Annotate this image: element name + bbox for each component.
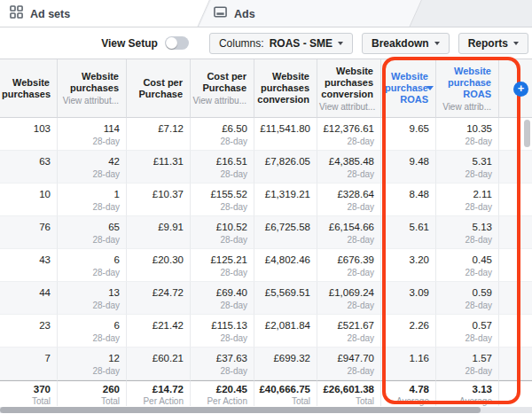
table-cell: £21.42 xyxy=(127,315,191,348)
cell-value: £24.72 xyxy=(129,287,184,299)
horizontal-scrollbar-thumb[interactable] xyxy=(0,407,481,413)
column-header-4[interactable]: Cost per PurchaseView attribu... xyxy=(191,59,254,118)
header-title: Cost per Purchase xyxy=(129,77,183,100)
chevron-down-icon xyxy=(338,42,343,45)
column-header-2[interactable]: Website purchasesView attribut... xyxy=(58,59,127,118)
table-cell: 44 xyxy=(0,282,58,315)
cell-value: £12,376.61 xyxy=(319,123,374,135)
table-cell: £11,541.80 xyxy=(254,118,317,151)
view-setup-label: View Setup xyxy=(101,37,158,50)
table-cell: £9.91 xyxy=(127,216,191,249)
cell-sub: 28-day xyxy=(319,202,374,212)
add-column-button[interactable]: + xyxy=(513,82,528,97)
row-spacer xyxy=(499,315,532,348)
column-header-3[interactable]: Cost per Purchase xyxy=(127,59,191,118)
reports-button[interactable]: Reports xyxy=(458,33,528,54)
table-cell: £1,069.2428-day xyxy=(317,282,381,315)
columns-button[interactable]: Columns: ROAS - SME xyxy=(209,33,353,54)
totals-cell: £20.45Per Action xyxy=(191,380,254,406)
table-cell: 1.16 xyxy=(381,348,436,380)
cell-value: 23 xyxy=(2,320,51,332)
cell-value: £947.70 xyxy=(319,353,374,364)
cell-sub: 28-day xyxy=(319,268,374,277)
header-title: Cost per Purchase xyxy=(192,71,246,94)
cell-value: £9.91 xyxy=(129,222,184,233)
cell-value: 103 xyxy=(2,123,51,135)
tab-ads-label: Ads xyxy=(234,8,255,20)
table-cell: £11.31 xyxy=(127,151,191,184)
table-cell: 23 xyxy=(0,315,58,348)
column-header-8[interactable]: Website purchase ROASView attrib... xyxy=(436,59,499,118)
cell-value: 43 xyxy=(2,254,51,266)
cell-value: 5.13 xyxy=(438,222,492,233)
table-cell: £2,081.84 xyxy=(254,315,317,348)
column-header-6[interactable]: Website purchases conversionView attribu… xyxy=(317,59,381,118)
cell-value: £699.32 xyxy=(256,353,310,364)
table-cell: 8.48 xyxy=(381,184,436,216)
totals-sub: Average xyxy=(383,396,429,406)
view-setup-toggle[interactable] xyxy=(165,36,189,50)
header-subtitle: View attribut... xyxy=(59,96,119,105)
cell-value: 3.20 xyxy=(383,254,429,266)
cell-sub: 28-day xyxy=(59,268,120,277)
table-cell: £7,826.05 xyxy=(254,151,317,184)
cell-value: £155.52 xyxy=(192,189,247,200)
cell-value: £4,385.48 xyxy=(319,156,374,168)
table-cell: £521.6728-day xyxy=(317,315,381,348)
cell-sub: 28-day xyxy=(438,301,492,310)
chevron-down-icon xyxy=(434,42,440,45)
cell-value: 42 xyxy=(59,156,120,168)
totals-value: £20.45 xyxy=(192,384,247,395)
table-cell: 11428-day xyxy=(58,118,127,151)
ad-sets-table: Website purchasesWebsite purchasesView a… xyxy=(0,59,532,406)
grid-icon xyxy=(10,5,23,22)
horizontal-scrollbar[interactable] xyxy=(0,407,532,413)
table-cell: £5,569.51 xyxy=(254,282,317,315)
row-spacer xyxy=(499,151,532,184)
cell-value: £521.67 xyxy=(319,320,374,332)
tab-ads[interactable]: Ads xyxy=(214,0,255,27)
totals-value: 4.78 xyxy=(383,384,429,395)
ads-manager-page: Ad sets Ads View Setup Columns: ROAS - S… xyxy=(0,0,532,414)
cell-value: £11.31 xyxy=(129,156,184,168)
table-cell: 3.20 xyxy=(381,249,436,282)
breakdown-button[interactable]: Breakdown xyxy=(362,33,450,54)
totals-spacer xyxy=(499,380,532,406)
column-header-7[interactable]: Website purchase ROAS xyxy=(381,59,436,118)
columns-button-prefix: Columns: xyxy=(219,37,264,50)
cell-value: £60.21 xyxy=(129,353,184,364)
column-header-5[interactable]: Website purchases conversion xyxy=(254,59,317,118)
sort-descending-icon xyxy=(426,86,434,90)
toolbar: View Setup Columns: ROAS - SME Breakdown… xyxy=(0,27,532,59)
totals-cell: 4.78Average xyxy=(381,380,436,406)
table-cell: 76 xyxy=(0,216,58,249)
cell-sub: 28-day xyxy=(438,169,492,179)
table-cell: 5.3128-day xyxy=(436,151,499,184)
cell-value: £676.39 xyxy=(319,254,374,266)
cell-sub: 28-day xyxy=(319,169,374,179)
table-cell: 43 xyxy=(0,249,58,282)
totals-sub: Per Action xyxy=(129,396,184,406)
reports-button-label: Reports xyxy=(468,37,508,50)
cell-sub: 28-day xyxy=(192,235,247,245)
totals-cell: 260Total xyxy=(58,380,127,406)
cell-value: £4,802.46 xyxy=(256,254,310,266)
cell-sub: 28-day xyxy=(59,366,120,376)
cell-value: £21.42 xyxy=(129,320,184,332)
table-cell: 7 xyxy=(0,348,58,380)
table-cell: 5.1328-day xyxy=(436,216,499,249)
column-header-1[interactable]: Website purchases xyxy=(0,59,58,118)
cell-sub: 28-day xyxy=(438,137,492,146)
cell-value: £5,569.51 xyxy=(256,287,310,299)
table-cell: 0.4528-day xyxy=(436,249,499,282)
vertical-scrollbar-thumb[interactable] xyxy=(524,120,530,147)
cell-sub: 28-day xyxy=(192,268,247,277)
tab-bar: Ad sets Ads xyxy=(0,0,532,27)
cell-sub: 28-day xyxy=(319,137,374,146)
cell-value: 1 xyxy=(59,189,120,200)
tab-ad-sets[interactable]: Ad sets xyxy=(10,0,70,27)
table-cell: 3.09 xyxy=(381,282,436,315)
table-cell: 5.61 xyxy=(381,216,436,249)
cell-value: £7.12 xyxy=(129,123,184,135)
cell-value: £1,319.21 xyxy=(256,189,310,200)
